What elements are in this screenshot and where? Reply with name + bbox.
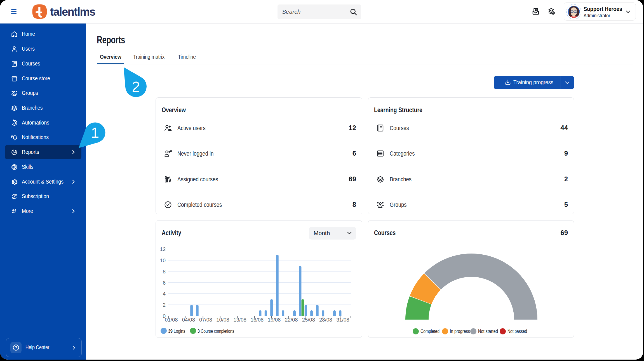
svg-text:13/08: 13/08 bbox=[234, 317, 246, 323]
svg-text:3 Course completions: 3 Course completions bbox=[198, 329, 234, 334]
svg-text:6: 6 bbox=[163, 280, 166, 286]
svg-text:In progress: In progress bbox=[450, 329, 470, 334]
svg-text:$: $ bbox=[13, 195, 15, 198]
svg-text:1: 1 bbox=[91, 125, 99, 141]
svg-text:10: 10 bbox=[160, 257, 166, 263]
svg-text:2: 2 bbox=[163, 302, 166, 308]
svg-text:Completed: Completed bbox=[420, 329, 439, 334]
svg-text:28/08: 28/08 bbox=[319, 317, 332, 323]
svg-text:39 Logins: 39 Logins bbox=[168, 329, 185, 334]
svg-text:2: 2 bbox=[132, 79, 140, 95]
svg-text:25/08: 25/08 bbox=[302, 317, 315, 323]
svg-text:Not started: Not started bbox=[478, 329, 498, 334]
svg-text:31/08: 31/08 bbox=[336, 317, 349, 323]
svg-text:19/08: 19/08 bbox=[268, 317, 281, 323]
svg-text:12: 12 bbox=[160, 246, 166, 252]
svg-text:22/08: 22/08 bbox=[285, 317, 298, 323]
svg-text:07/08: 07/08 bbox=[199, 317, 212, 323]
svg-text:16/08: 16/08 bbox=[251, 317, 264, 323]
svg-text:01/08: 01/08 bbox=[165, 317, 178, 323]
svg-text:Not passed: Not passed bbox=[507, 329, 527, 334]
svg-text:8: 8 bbox=[163, 269, 166, 275]
svg-text:10/08: 10/08 bbox=[216, 317, 229, 323]
svg-text:4: 4 bbox=[163, 291, 166, 297]
svg-text:04/08: 04/08 bbox=[182, 317, 195, 323]
